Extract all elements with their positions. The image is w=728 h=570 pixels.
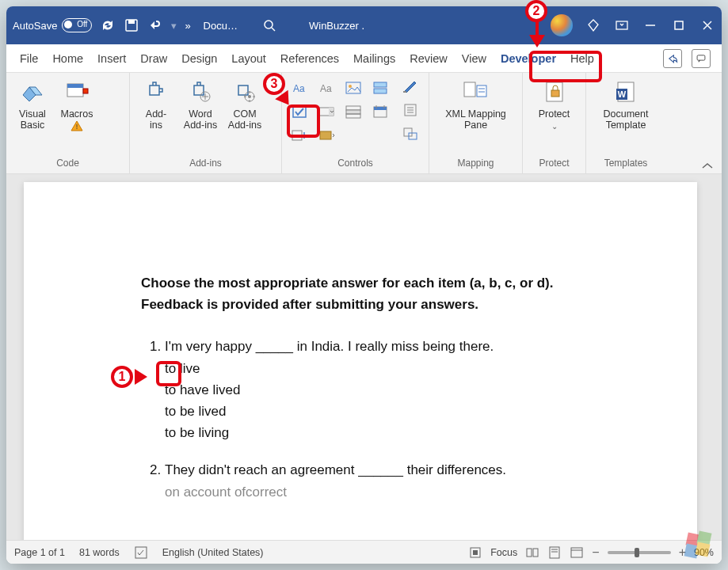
titlebar: AutoSave Off ▾ » Docu… WinBuzzer . xyxy=(6,6,722,44)
svg-rect-9 xyxy=(697,55,705,59)
templates-group-label: Templates xyxy=(586,155,665,173)
design-mode-icon[interactable] xyxy=(401,78,420,95)
svg-rect-42 xyxy=(464,82,475,97)
close-icon[interactable] xyxy=(699,17,715,33)
svg-rect-6 xyxy=(675,21,683,29)
save-icon[interactable] xyxy=(124,17,139,33)
page-status[interactable]: Page 1 of 1 xyxy=(14,547,65,558)
callout-2-arrow xyxy=(529,35,545,48)
svg-rect-43 xyxy=(477,86,486,97)
protect-group-label: Protect xyxy=(523,155,585,173)
addins-button[interactable]: Add- ins xyxy=(136,78,176,131)
menu-tabs: File Home Insert Draw Design Layout Refe… xyxy=(6,44,722,73)
xml-mapping-icon xyxy=(461,78,490,106)
zoom-slider[interactable] xyxy=(608,551,671,554)
tab-design[interactable]: Design xyxy=(174,48,224,70)
svg-rect-59 xyxy=(571,548,582,557)
visual-basic-button[interactable]: Visual Basic xyxy=(13,78,52,131)
search-icon[interactable] xyxy=(261,17,277,33)
print-layout-icon[interactable] xyxy=(547,545,562,560)
overflow-icon[interactable]: » xyxy=(185,20,190,32)
toggle-switch[interactable]: Off xyxy=(62,18,92,32)
group-content-icon[interactable] xyxy=(401,125,420,142)
svg-rect-11 xyxy=(67,84,83,88)
svg-text:Aa: Aa xyxy=(293,83,305,94)
question-2: They didn't reach an agreement ______ th… xyxy=(165,459,586,502)
watermark xyxy=(685,532,717,559)
properties-icon[interactable] xyxy=(401,101,420,119)
maximize-icon[interactable] xyxy=(671,17,687,33)
autosave-label: AutoSave xyxy=(13,20,57,32)
svg-rect-28 xyxy=(346,114,360,118)
date-picker-control-icon[interactable] xyxy=(371,103,390,120)
svg-rect-22 xyxy=(374,89,387,93)
autosave-toggle[interactable]: AutoSave Off xyxy=(13,18,92,32)
callout-1: 1 xyxy=(111,366,133,388)
q1-option-c: to be lived xyxy=(165,401,586,422)
svg-rect-12 xyxy=(83,89,88,93)
svg-text:!: ! xyxy=(76,123,78,131)
tab-mailings[interactable]: Mailings xyxy=(346,48,402,70)
picture-control-icon[interactable] xyxy=(344,79,363,97)
document-page: Choose the most appropriate answer for e… xyxy=(24,182,697,540)
com-addins-button[interactable]: COM Add-ins xyxy=(225,78,265,131)
document-template-button[interactable]: W Document Template xyxy=(604,78,649,131)
share-button[interactable] xyxy=(663,49,682,68)
word-count[interactable]: 81 words xyxy=(79,547,120,558)
focus-icon[interactable] xyxy=(468,545,482,560)
controls-group-label: Controls xyxy=(282,155,429,173)
svg-rect-21 xyxy=(374,82,387,87)
q1-option-d: to be living xyxy=(165,422,586,443)
tab-home[interactable]: Home xyxy=(45,48,90,70)
tab-draw[interactable]: Draw xyxy=(133,48,174,70)
plain-text-control-icon[interactable]: Aa xyxy=(317,79,336,97)
read-mode-icon[interactable] xyxy=(525,545,539,560)
building-block-control-icon[interactable] xyxy=(371,79,390,97)
svg-rect-26 xyxy=(346,106,360,110)
rich-text-control-icon[interactable]: Aa xyxy=(290,79,309,97)
com-addins-icon xyxy=(231,78,259,106)
svg-line-3 xyxy=(272,28,275,31)
svg-rect-35 xyxy=(403,91,406,93)
callout-2-box xyxy=(529,51,602,82)
svg-rect-47 xyxy=(551,90,559,97)
tab-insert[interactable]: Insert xyxy=(90,48,133,70)
visual-basic-icon xyxy=(18,78,47,106)
ribbon-display-icon[interactable] xyxy=(614,17,630,33)
user-avatar[interactable] xyxy=(551,14,573,36)
intro-text: Choose the most appropriate answer for e… xyxy=(141,272,586,315)
tab-references[interactable]: References xyxy=(273,48,346,70)
svg-rect-30 xyxy=(374,107,387,110)
collapse-ribbon-icon[interactable] xyxy=(701,162,714,171)
diamond-icon[interactable] xyxy=(585,17,601,33)
undo-icon[interactable] xyxy=(147,17,163,33)
protect-button[interactable]: Protect ⌄ xyxy=(535,78,574,131)
mapping-group-label: Mapping xyxy=(429,155,522,173)
macros-button[interactable]: Macros ! xyxy=(57,78,97,131)
minimize-icon[interactable] xyxy=(642,17,658,33)
tab-layout[interactable]: Layout xyxy=(224,48,273,70)
spelling-icon[interactable] xyxy=(134,545,148,560)
svg-rect-27 xyxy=(346,110,360,114)
tab-review[interactable]: Review xyxy=(402,48,455,70)
comments-button[interactable] xyxy=(692,49,711,68)
addins-icon xyxy=(142,78,170,106)
sync-icon[interactable] xyxy=(100,17,116,33)
focus-label[interactable]: Focus xyxy=(490,547,517,558)
dropdown-icon[interactable]: ▾ xyxy=(171,20,177,32)
q2-partial: on account ofcorrect xyxy=(165,481,586,503)
watermark-logo-icon xyxy=(685,532,712,559)
tab-file[interactable]: File xyxy=(13,48,45,70)
callout-1-arrow xyxy=(135,369,147,385)
svg-text:W: W xyxy=(618,89,627,99)
callout-3-box xyxy=(287,104,320,138)
word-addins-button[interactable]: Word Add-ins xyxy=(181,78,220,131)
dropdown-control-icon[interactable] xyxy=(344,103,363,120)
web-layout-icon[interactable] xyxy=(570,545,584,560)
zoom-out-icon[interactable]: − xyxy=(592,545,599,560)
document-area[interactable]: Choose the most appropriate answer for e… xyxy=(6,174,722,540)
xml-mapping-button[interactable]: XML Mapping Pane xyxy=(445,78,506,131)
svg-point-2 xyxy=(265,21,273,28)
tab-view[interactable]: View xyxy=(455,48,494,70)
language-status[interactable]: English (United States) xyxy=(162,547,264,558)
